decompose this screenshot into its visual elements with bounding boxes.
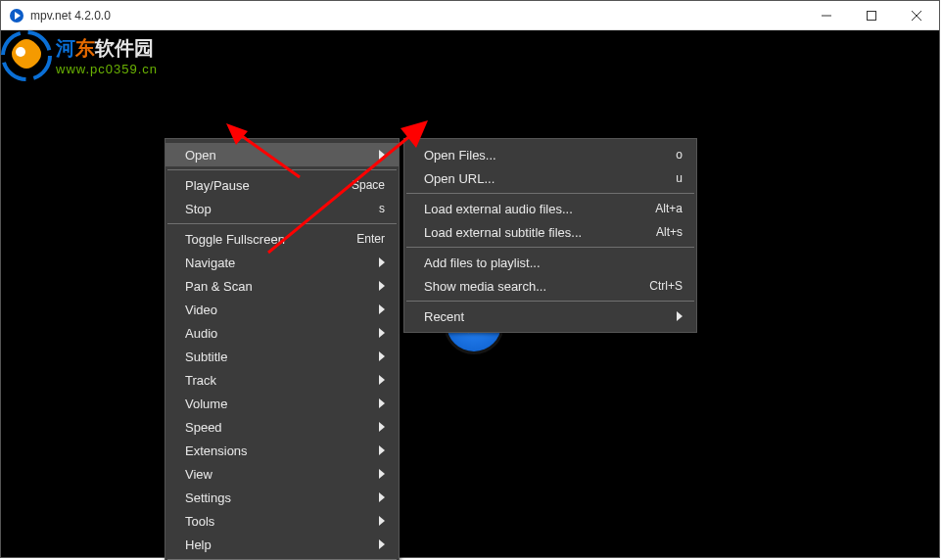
menu-separator [406,193,694,194]
menu-video[interactable]: Video [165,298,399,321]
menu-track[interactable]: Track [165,368,399,392]
submenu-open-files[interactable]: Open Files... o [404,143,696,166]
video-area[interactable]: 河 东 软件园 www.pc0359.cn Open Play/Pause Sp… [1,30,939,557]
chevron-right-icon [379,516,385,526]
menu-extensions[interactable]: Extensions [165,439,399,462]
svg-marker-22 [379,539,385,549]
menu-subtitle[interactable]: Subtitle [165,345,399,368]
menu-open[interactable]: Open [165,143,399,166]
close-button[interactable] [894,1,939,30]
watermark-url: www.pc0359.cn [56,62,158,76]
svg-marker-21 [379,516,385,526]
chevron-right-icon [379,328,385,338]
watermark: 河 东 软件园 www.pc0359.cn [1,30,158,81]
svg-marker-12 [379,304,385,314]
submenu-load-subtitle[interactable]: Load external subtitle files... Alt+s [404,220,696,244]
chevron-right-icon [677,311,683,321]
submenu-recent[interactable]: Recent [404,304,696,328]
svg-marker-20 [379,492,385,502]
menu-volume[interactable]: Volume [165,392,399,415]
submenu-media-search[interactable]: Show media search... Ctrl+S [404,274,696,298]
chevron-right-icon [379,445,385,455]
chevron-right-icon [379,422,385,432]
menu-separator [167,169,397,170]
window-controls [804,1,939,30]
chevron-right-icon [379,375,385,385]
svg-marker-19 [379,469,385,479]
chevron-right-icon [379,469,385,479]
svg-marker-11 [379,281,385,291]
svg-marker-15 [379,375,385,385]
context-menu: Open Play/Pause Space Stop s Toggle Full… [165,138,400,560]
chevron-right-icon [379,257,385,267]
svg-marker-13 [379,328,385,338]
titlebar-left: mpv.net 4.2.0.0 [1,8,111,23]
svg-marker-23 [677,311,683,321]
submenu-load-audio[interactable]: Load external audio files... Alt+a [404,197,696,220]
menu-play-pause[interactable]: Play/Pause Space [165,173,399,197]
chevron-right-icon [379,304,385,314]
svg-marker-9 [379,150,385,160]
menu-separator [167,223,397,224]
chevron-right-icon [379,539,385,549]
svg-marker-18 [379,445,385,455]
submenu-add-playlist[interactable]: Add files to playlist... [404,251,696,274]
menu-audio[interactable]: Audio [165,321,399,345]
svg-marker-10 [379,257,385,267]
watermark-text: 河 东 软件园 [56,35,158,62]
chevron-right-icon [379,150,385,160]
submenu-open: Open Files... o Open URL... u Load exter… [403,138,697,333]
titlebar: mpv.net 4.2.0.0 [1,1,939,30]
window-title: mpv.net 4.2.0.0 [30,9,111,23]
menu-view[interactable]: View [165,462,399,486]
minimize-button[interactable] [804,1,849,30]
chevron-right-icon [379,281,385,291]
app-icon [9,8,24,23]
menu-navigate[interactable]: Navigate [165,251,399,274]
svg-point-7 [16,47,25,57]
svg-marker-17 [379,422,385,432]
menu-stop[interactable]: Stop s [165,197,399,220]
svg-marker-16 [379,398,385,408]
chevron-right-icon [379,492,385,502]
watermark-logo-icon [1,30,52,81]
menu-tools[interactable]: Tools [165,509,399,533]
app-window: mpv.net 4.2.0.0 河 东 [0,0,940,558]
menu-pan-scan[interactable]: Pan & Scan [165,274,399,298]
menu-help[interactable]: Help [165,533,399,556]
menu-separator [406,247,694,248]
menu-settings[interactable]: Settings [165,486,399,509]
chevron-right-icon [379,351,385,361]
maximize-button[interactable] [849,1,894,30]
svg-rect-3 [868,11,876,20]
chevron-right-icon [379,398,385,408]
svg-marker-14 [379,351,385,361]
menu-toggle-fullscreen[interactable]: Toggle Fullscreen Enter [165,227,399,251]
menu-separator [406,301,694,302]
menu-speed[interactable]: Speed [165,415,399,439]
submenu-open-url[interactable]: Open URL... u [404,166,696,190]
